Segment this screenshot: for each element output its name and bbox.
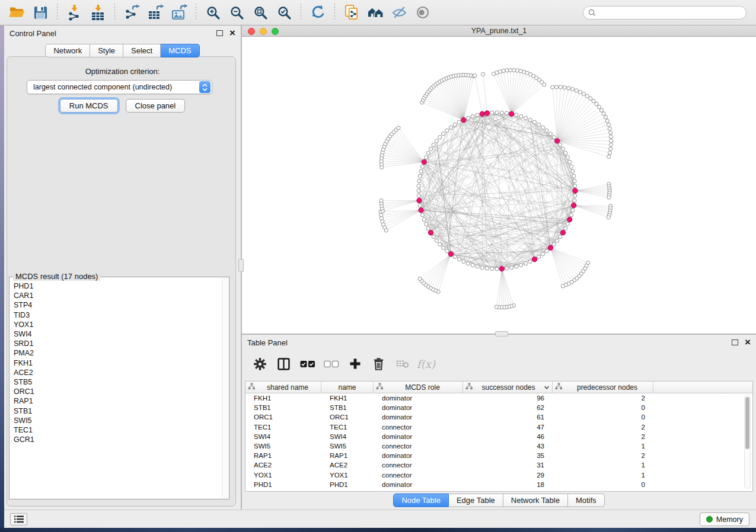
- mcds-hub-node[interactable]: [448, 252, 453, 257]
- ring-node[interactable]: [476, 113, 479, 117]
- mcds-result-item[interactable]: RAP1: [9, 396, 221, 406]
- ring-node[interactable]: [505, 267, 508, 270]
- table-row[interactable]: RAP1RAP1dominator352: [245, 451, 752, 460]
- network-canvas[interactable]: [242, 37, 756, 334]
- leaf-node[interactable]: [473, 74, 477, 78]
- leaf-node[interactable]: [607, 155, 611, 158]
- mcds-hub-node[interactable]: [548, 245, 553, 250]
- ring-node[interactable]: [495, 267, 499, 271]
- table-row[interactable]: PHD1PHD1dominator180: [245, 480, 752, 489]
- ring-node[interactable]: [425, 156, 428, 159]
- tab-style[interactable]: Style: [90, 44, 123, 57]
- ring-node[interactable]: [425, 222, 428, 226]
- ring-node[interactable]: [432, 235, 435, 239]
- ring-node[interactable]: [435, 239, 438, 242]
- show-graphics-details-icon[interactable]: [413, 2, 433, 23]
- ring-node[interactable]: [552, 136, 556, 139]
- ring-node[interactable]: [524, 262, 528, 265]
- table-row[interactable]: FKH1FKH1dominator962: [245, 393, 752, 403]
- leaf-node[interactable]: [608, 151, 611, 155]
- leaf-node[interactable]: [607, 216, 610, 219]
- leaf-node[interactable]: [608, 127, 611, 130]
- tab-motifs[interactable]: Motifs: [568, 493, 605, 507]
- ring-node[interactable]: [566, 222, 569, 226]
- ring-node[interactable]: [449, 126, 452, 129]
- mcds-result-item[interactable]: TEC1: [9, 425, 221, 435]
- ring-node[interactable]: [445, 249, 449, 253]
- mcds-hub-node[interactable]: [532, 257, 537, 262]
- mcds-hub-node[interactable]: [484, 111, 489, 116]
- mcds-hub-node[interactable]: [572, 203, 576, 208]
- ring-node[interactable]: [471, 114, 474, 118]
- ring-node[interactable]: [476, 265, 479, 268]
- mcds-hub-node[interactable]: [555, 139, 560, 143]
- maximize-window-icon[interactable]: [272, 28, 279, 35]
- mcds-hub-node[interactable]: [560, 230, 565, 235]
- mcds-list-scrollbar[interactable]: [222, 278, 228, 498]
- ring-node[interactable]: [572, 174, 576, 178]
- ring-node[interactable]: [438, 136, 442, 139]
- mcds-hub-node[interactable]: [417, 198, 422, 203]
- ring-node[interactable]: [571, 209, 575, 212]
- close-panel-icon[interactable]: ×: [229, 30, 235, 37]
- mcds-result-item[interactable]: FKH1: [9, 358, 221, 368]
- ring-node[interactable]: [545, 129, 548, 132]
- ring-node[interactable]: [537, 255, 541, 258]
- mcds-result-item[interactable]: CAR1: [9, 291, 221, 300]
- ring-node[interactable]: [510, 266, 513, 270]
- ring-node[interactable]: [533, 120, 537, 124]
- add-column-icon[interactable]: [347, 356, 363, 372]
- search-input[interactable]: [599, 9, 741, 17]
- leaf-node[interactable]: [512, 68, 516, 72]
- ring-node[interactable]: [566, 156, 569, 159]
- ring-node[interactable]: [552, 242, 556, 246]
- leaf-node[interactable]: [563, 86, 566, 89]
- ring-node[interactable]: [429, 147, 432, 150]
- ring-node[interactable]: [442, 132, 445, 136]
- memory-button[interactable]: Memory: [700, 512, 749, 526]
- mcds-result-item[interactable]: YOX1: [9, 320, 221, 329]
- horizontal-splitter-handle[interactable]: [495, 331, 508, 336]
- ring-node[interactable]: [471, 263, 474, 267]
- mcds-hub-node[interactable]: [422, 159, 426, 164]
- ring-node[interactable]: [515, 113, 518, 117]
- home-networks-icon[interactable]: [365, 2, 385, 23]
- table-scrollbar-thumb[interactable]: [745, 397, 749, 449]
- export-table-icon[interactable]: [145, 2, 165, 23]
- mcds-hub-node[interactable]: [461, 117, 466, 122]
- ring-node[interactable]: [417, 184, 420, 188]
- ring-node[interactable]: [418, 204, 422, 207]
- column-header-predecessor-nodes[interactable]: predecessor nodes: [553, 382, 653, 393]
- ring-node[interactable]: [541, 252, 545, 256]
- ring-node[interactable]: [442, 246, 445, 249]
- ring-node[interactable]: [559, 235, 562, 239]
- ring-node[interactable]: [569, 213, 573, 217]
- leaf-node[interactable]: [599, 108, 603, 112]
- leaf-node[interactable]: [551, 85, 554, 89]
- ring-node[interactable]: [573, 194, 577, 197]
- ring-node[interactable]: [561, 147, 564, 150]
- close-window-icon[interactable]: [248, 28, 255, 35]
- column-header-shared-name[interactable]: shared name: [245, 382, 321, 393]
- table-row[interactable]: ORC1ORC1dominator610: [245, 412, 752, 422]
- leaf-node[interactable]: [607, 196, 611, 199]
- leaf-node[interactable]: [495, 305, 498, 309]
- leaf-node[interactable]: [509, 68, 512, 72]
- ring-node[interactable]: [573, 184, 577, 188]
- hide-graphics-details-icon[interactable]: [389, 2, 409, 23]
- tab-network[interactable]: Network: [45, 44, 90, 57]
- mcds-hub-node[interactable]: [428, 230, 433, 235]
- ring-node[interactable]: [438, 242, 442, 246]
- close-panel-button[interactable]: Close panel: [126, 99, 186, 113]
- mcds-result-item[interactable]: SWI5: [9, 416, 221, 425]
- mcds-result-item[interactable]: STB5: [9, 377, 221, 387]
- leaf-node[interactable]: [567, 86, 570, 90]
- leaf-node[interactable]: [592, 100, 595, 103]
- ring-node[interactable]: [457, 120, 461, 124]
- tab-node-table[interactable]: Node Table: [393, 493, 449, 507]
- leaf-node[interactable]: [561, 284, 564, 288]
- mcds-hub-node[interactable]: [567, 217, 572, 222]
- leaf-node[interactable]: [605, 119, 609, 123]
- ring-node[interactable]: [573, 179, 576, 182]
- leaf-node[interactable]: [502, 69, 505, 73]
